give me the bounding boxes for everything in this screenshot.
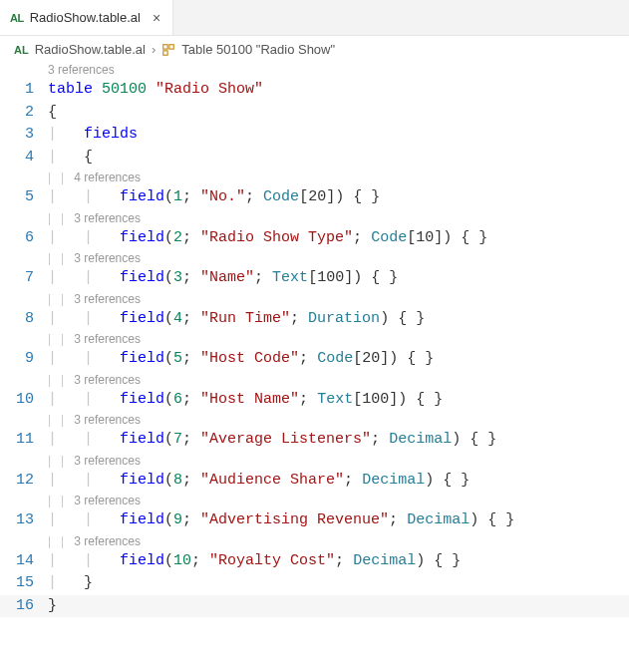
editor-tab[interactable]: AL RadioShow.table.al × (0, 0, 173, 35)
svg-rect-1 (169, 44, 173, 48)
line-number: 15 (0, 572, 48, 595)
tab-filename: RadioShow.table.al (30, 10, 141, 25)
codelens[interactable]: 3 references (74, 454, 141, 468)
codelens[interactable]: 3 references (74, 534, 141, 548)
code-line: | | field(2; "Radio Show Type"; Code[10]… (48, 227, 629, 250)
codelens[interactable]: 3 references (74, 251, 141, 265)
code-line: | { (48, 147, 629, 169)
line-number: 3 (0, 124, 48, 147)
code-line: table 50100 "Radio Show" (48, 79, 629, 102)
tab-bar: AL RadioShow.table.al × (0, 0, 629, 36)
chevron-right-icon: › (152, 42, 156, 57)
line-number: 8 (0, 308, 48, 331)
line-number: 6 (0, 227, 48, 250)
code-line: | | field(3; "Name"; Text[100]) { } (48, 267, 629, 290)
line-number: 5 (0, 186, 48, 209)
close-icon[interactable]: × (151, 10, 162, 26)
svg-rect-2 (163, 50, 167, 54)
breadcrumb-file[interactable]: RadioShow.table.al (35, 42, 146, 57)
line-number: 13 (0, 509, 48, 532)
code-line: | | field(6; "Host Name"; Text[100]) { } (48, 389, 629, 412)
code-editor[interactable]: 3 references 1table 50100 "Radio Show" 2… (0, 61, 629, 625)
line-number: 7 (0, 267, 48, 290)
code-line: | | field(9; "Advertising Revenue"; Deci… (48, 509, 629, 532)
line-number: 12 (0, 470, 48, 493)
line-number: 16 (0, 595, 48, 618)
code-line: | | field(5; "Host Code"; Code[20]) { } (48, 348, 629, 371)
codelens[interactable]: 3 references (74, 292, 141, 306)
codelens[interactable]: 3 references (74, 373, 141, 387)
code-line: | | field(7; "Average Listeners"; Decima… (48, 429, 629, 452)
codelens[interactable]: 3 references (74, 332, 141, 346)
al-language-icon: AL (14, 44, 29, 56)
codelens[interactable]: 3 references (74, 413, 141, 427)
symbol-struct-icon (161, 43, 175, 57)
code-line: | | field(1; "No."; Code[20]) { } (48, 186, 629, 209)
code-line: | | field(8; "Audience Share"; Decimal) … (48, 470, 629, 493)
codelens[interactable]: 4 references (74, 170, 141, 184)
al-language-icon: AL (10, 12, 24, 24)
code-line: | } (48, 572, 629, 595)
line-number: 1 (0, 79, 48, 102)
codelens[interactable]: 3 references (48, 61, 629, 79)
svg-rect-0 (163, 44, 167, 48)
line-number: 10 (0, 389, 48, 412)
code-line: } (48, 595, 629, 618)
breadcrumb: AL RadioShow.table.al › Table 50100 "Rad… (0, 36, 629, 61)
code-line: | | field(4; "Run Time"; Duration) { } (48, 308, 629, 331)
codelens[interactable]: 3 references (74, 494, 141, 507)
breadcrumb-symbol[interactable]: Table 50100 "Radio Show" (181, 42, 335, 57)
line-number: 14 (0, 550, 48, 573)
code-line: | | field(10; "Royalty Cost"; Decimal) {… (48, 550, 629, 573)
line-number: 9 (0, 348, 48, 371)
code-line: | fields (48, 124, 629, 147)
line-number: 11 (0, 429, 48, 452)
line-number: 2 (0, 102, 48, 125)
line-number: 4 (0, 147, 48, 169)
codelens[interactable]: 3 references (74, 211, 141, 225)
code-line: { (48, 102, 629, 125)
